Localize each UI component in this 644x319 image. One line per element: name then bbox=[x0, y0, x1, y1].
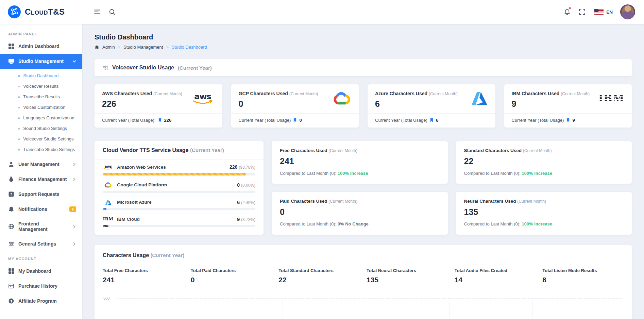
user-avatar[interactable] bbox=[620, 4, 635, 19]
paid-characters-card: Paid Characters Used (Current Month) 0 C… bbox=[272, 192, 448, 235]
money-bag-icon bbox=[8, 176, 14, 182]
sidebar-item-support-requests[interactable]: ? Support Requests bbox=[0, 187, 82, 202]
brand-text: CloudT&S bbox=[25, 7, 65, 17]
bell-icon bbox=[564, 9, 571, 15]
sidebar-item-studio-management[interactable]: Studio Management bbox=[0, 54, 82, 69]
bell-icon bbox=[8, 206, 14, 212]
hamburger-icon bbox=[94, 9, 101, 15]
search-icon bbox=[109, 9, 116, 15]
sidebar-item-affiliate-program[interactable]: $ Affiliate Program bbox=[0, 293, 82, 308]
language-selector[interactable]: EN bbox=[594, 9, 613, 15]
sidebar-item-general-settings[interactable]: General Settings bbox=[0, 236, 82, 251]
search-button[interactable] bbox=[105, 4, 120, 19]
brand[interactable]: CloudT&S bbox=[0, 5, 82, 19]
sidebar-item-my-dashboard[interactable]: My Dashboard bbox=[0, 264, 82, 279]
usage-detail-grid: Cloud Vendor TTS Service Usage (Current … bbox=[95, 141, 632, 235]
voiceover-usage-section-header: Voiceover Studio Usage (Current Year) bbox=[95, 59, 632, 76]
aws-month-value: 226 bbox=[102, 99, 182, 109]
breadcrumb: Admin » Studio Management » Studio Dashb… bbox=[95, 45, 632, 50]
notifications-bell-button[interactable] bbox=[560, 4, 575, 19]
characters-usage-totals: Total Free Characters241 Total Paid Char… bbox=[103, 268, 624, 284]
vendor-row-gcp: Google Cloud Platform 0(0.00%) bbox=[103, 179, 255, 197]
sidebar-item-frontend-management[interactable]: Frontend Management bbox=[0, 217, 82, 236]
section-subtitle: (Current Year) bbox=[178, 65, 212, 71]
menu-toggle-button[interactable] bbox=[90, 4, 105, 19]
standard-characters-card: Standard Characters Used (Current Month)… bbox=[456, 141, 632, 184]
vendor-row-azure: Microsoft Azure 6(2.49%) bbox=[103, 197, 255, 214]
aws-usage-card: AWS Characters Used (Current Month) 226 … bbox=[95, 84, 222, 128]
total-audio-files: Total Audio Files Created14 bbox=[455, 268, 536, 284]
azure-year-value: 6 bbox=[436, 118, 438, 123]
filter-sliders-icon bbox=[103, 65, 108, 71]
cloud-vendor-usage-card: Cloud Vendor TTS Service Usage (Current … bbox=[95, 141, 264, 235]
azure-month-value: 6 bbox=[375, 99, 458, 109]
breadcrumb-admin[interactable]: Admin bbox=[102, 45, 115, 50]
total-neural-characters: Total Neural Characters135 bbox=[367, 268, 448, 284]
studio-management-submenu: »Studio Dashboard »Voiceover Results »Tr… bbox=[0, 69, 82, 157]
help-icon: ? bbox=[8, 191, 14, 197]
language-label: EN bbox=[606, 10, 613, 15]
free-characters-value: 241 bbox=[280, 156, 440, 166]
sidebar-item-user-management[interactable]: User Management bbox=[0, 157, 82, 172]
user-icon bbox=[8, 161, 14, 167]
chevron-down-icon bbox=[72, 60, 76, 63]
ibm-progress-bar bbox=[103, 225, 255, 227]
main-content: Studio Dashboard Admin » Studio Manageme… bbox=[82, 24, 644, 319]
notification-dot bbox=[569, 7, 571, 10]
paid-characters-value: 0 bbox=[280, 207, 440, 217]
sidebar-subitem-voices-customization[interactable]: »Voices Customization bbox=[0, 102, 82, 113]
fullscreen-icon bbox=[579, 9, 586, 15]
fullscreen-button[interactable] bbox=[575, 4, 590, 19]
svg-text:?: ? bbox=[10, 192, 12, 196]
sidebar-subitem-sound-studio-settings[interactable]: »Sound Studio Settings bbox=[0, 123, 82, 134]
y-axis-tick-500: 500 bbox=[103, 296, 109, 300]
total-free-characters: Total Free Characters241 bbox=[103, 268, 184, 284]
sidebar-subitem-voiceover-results[interactable]: »Voiceover Results bbox=[0, 81, 82, 91]
bookmark-icon bbox=[293, 118, 297, 122]
studio-icon bbox=[8, 58, 14, 64]
us-flag-icon bbox=[594, 9, 604, 15]
sidebar-section-my-account: MY ACCOUNT bbox=[0, 253, 82, 264]
sidebar-item-finance-management[interactable]: Finance Management bbox=[0, 172, 82, 187]
grid-icon bbox=[8, 43, 14, 49]
gcp-month-value: 0 bbox=[239, 99, 318, 109]
sidebar-section-admin-panel: ADMIN PANEL bbox=[0, 29, 82, 39]
gcp-usage-card: GCP Characters Used (Current Month) 0 Cu… bbox=[231, 84, 359, 128]
total-paid-characters: Total Paid Characters0 bbox=[191, 268, 272, 284]
receipt-icon bbox=[8, 283, 14, 289]
neural-characters-value: 135 bbox=[464, 207, 624, 217]
free-characters-card: Free Characters Used (Current Month) 241… bbox=[272, 141, 448, 184]
sidebar-subitem-voiceover-studio-settings[interactable]: »Voiceover Studio Settings bbox=[0, 134, 82, 144]
azure-usage-card: Azure Characters Used (Current Month) 6 … bbox=[368, 84, 495, 128]
sidebar-subitem-transcribe-studio-settings[interactable]: »Transcribe Studio Settings bbox=[0, 144, 82, 155]
aws-progress-bar bbox=[103, 173, 255, 175]
vendor-row-aws: Amazon Web Services 226(93.78%) bbox=[103, 161, 255, 179]
notifications-count-badge: 6 bbox=[69, 206, 76, 212]
total-listen-mode-results: Total Listen Mode Results8 bbox=[542, 268, 624, 284]
sidebar: ADMIN PANEL Admin Dashboard Studio Manag… bbox=[0, 24, 82, 319]
ibm-year-value: 9 bbox=[572, 118, 575, 123]
chevron-right-icon bbox=[72, 163, 76, 166]
aws-logo bbox=[190, 90, 215, 106]
sidebar-subitem-transcribe-results[interactable]: »Transcribe Results bbox=[0, 91, 82, 102]
sidebar-item-notifications[interactable]: Notifications 6 bbox=[0, 202, 82, 217]
bookmark-icon bbox=[158, 118, 162, 122]
azure-progress-bar bbox=[103, 208, 255, 210]
bookmark-icon bbox=[430, 118, 434, 122]
chevron-right-icon bbox=[72, 178, 76, 181]
sidebar-item-purchase-history[interactable]: Purchase History bbox=[0, 279, 82, 293]
sidebar-subitem-studio-dashboard[interactable]: »Studio Dashboard bbox=[0, 70, 82, 81]
ibm-month-value: 9 bbox=[512, 99, 590, 109]
azure-logo-icon bbox=[103, 200, 114, 205]
dollar-coin-icon: $ bbox=[8, 298, 14, 304]
breadcrumb-current: Studio Dashboard bbox=[172, 45, 207, 50]
breadcrumb-studio-management[interactable]: Studio Management bbox=[123, 45, 163, 50]
sidebar-subitem-languages-customization[interactable]: »Languages Customization bbox=[0, 113, 82, 123]
globe-icon bbox=[8, 223, 14, 230]
sidebar-item-admin-dashboard[interactable]: Admin Dashboard bbox=[0, 39, 82, 54]
aws-year-value: 226 bbox=[164, 118, 172, 123]
home-icon bbox=[95, 45, 99, 50]
gcp-logo-icon bbox=[103, 182, 114, 188]
top-navbar: CloudT&S EN bbox=[0, 0, 644, 24]
bookmark-icon bbox=[566, 118, 570, 122]
